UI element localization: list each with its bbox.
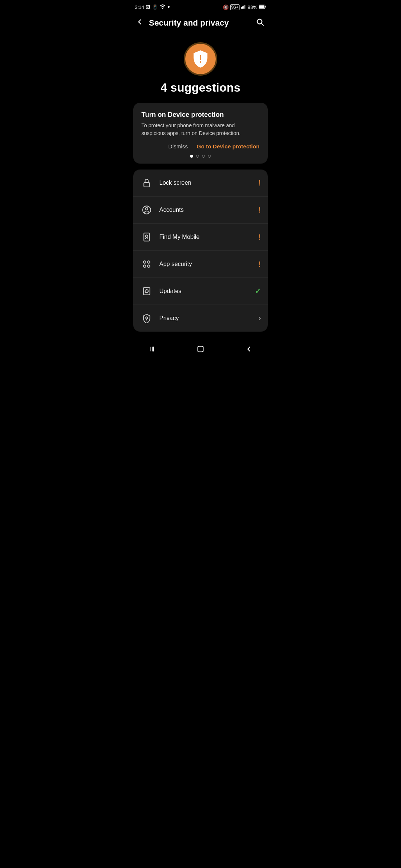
back-button[interactable] [134,16,145,30]
menu-item-privacy[interactable]: Privacy › [133,305,268,332]
svg-point-16 [143,261,146,263]
dot-icon: • [167,4,170,10]
svg-point-13 [146,208,148,210]
photo-icon: 🖼 [146,4,150,10]
dismiss-button[interactable]: Dismiss [168,143,188,149]
top-nav: Security and privacy [128,13,273,35]
updates-label: Updates [159,288,255,295]
svg-point-15 [146,235,148,238]
svg-point-10 [200,61,202,63]
lock-screen-label: Lock screen [159,180,258,186]
mute-icon: 🔇 [223,4,229,10]
battery-percent: 98% [248,4,257,10]
menu-item-app-security[interactable]: App security ! [133,251,268,278]
card-description: To protect your phone from malware and s… [141,122,260,137]
menu-item-find-my-mobile[interactable]: Find My Mobile ! [133,224,268,251]
svg-rect-1 [242,6,243,9]
back-nav-button[interactable] [237,343,260,358]
account-icon [140,203,153,217]
dot-3 [202,155,205,158]
signal-icon [241,4,246,10]
svg-point-17 [147,261,150,263]
updates-icon [140,285,153,298]
card-dots [141,155,260,158]
dot-4 [208,155,211,158]
svg-rect-20 [143,287,150,295]
svg-rect-0 [241,7,242,9]
home-button[interactable] [189,343,212,358]
lock-screen-badge: ! [258,179,261,187]
status-bar: 3:14 🖼 📱 • 🔇 5G+ 98% [128,0,273,13]
suggestions-count: 4 suggestions [160,81,240,95]
dot-1 [190,155,193,158]
find-my-mobile-label: Find My Mobile [159,234,258,240]
accounts-badge: ! [258,206,261,214]
card-title: Turn on Device protection [141,111,260,119]
svg-point-19 [147,265,150,267]
svg-line-8 [261,23,263,25]
accounts-label: Accounts [159,207,258,213]
find-my-mobile-badge: ! [258,233,261,241]
recent-apps-button[interactable] [141,343,164,358]
app-security-icon [140,257,153,271]
menu-item-accounts[interactable]: Accounts ! [133,197,268,224]
phone-link-icon: 📱 [152,4,158,10]
menu-list: Lock screen ! Accounts ! Find My Mobile … [133,170,268,332]
status-right: 🔇 5G+ 98% [223,4,266,10]
privacy-badge: › [258,313,261,323]
suggestion-card: Turn on Device protection To protect you… [133,103,268,164]
svg-rect-5 [259,5,265,8]
status-time: 3:14 [135,4,144,10]
card-actions: Dismiss Go to Device protection [141,143,260,149]
svg-rect-3 [244,5,245,9]
svg-rect-2 [243,6,244,9]
updates-badge: ✓ [255,287,261,296]
find-mobile-icon [140,230,153,244]
goto-device-protection-button[interactable]: Go to Device protection [197,143,260,149]
svg-point-18 [143,265,146,267]
svg-rect-9 [200,55,201,60]
page-title: Security and privacy [149,18,229,28]
status-left: 3:14 🖼 📱 • [135,4,170,10]
lock-icon [140,176,153,190]
5g-icon: 5G+ [230,4,239,10]
dot-2 [196,155,199,158]
app-security-badge: ! [258,260,261,269]
wifi-icon [160,4,166,10]
shield-area: 4 suggestions [128,35,273,100]
svg-rect-14 [144,233,149,241]
search-button[interactable] [254,16,265,30]
privacy-icon [140,312,153,325]
bottom-nav [128,338,273,365]
privacy-label: Privacy [159,315,258,322]
battery-icon [259,4,266,10]
svg-rect-26 [198,346,203,352]
shield-circle [184,42,217,76]
app-security-label: App security [159,261,258,267]
svg-rect-11 [144,183,149,187]
shield-alert-icon [191,50,210,68]
nav-left: Security and privacy [134,16,229,30]
menu-item-updates[interactable]: Updates ✓ [133,278,268,305]
svg-rect-6 [265,6,266,7]
menu-item-lock-screen[interactable]: Lock screen ! [133,170,268,197]
